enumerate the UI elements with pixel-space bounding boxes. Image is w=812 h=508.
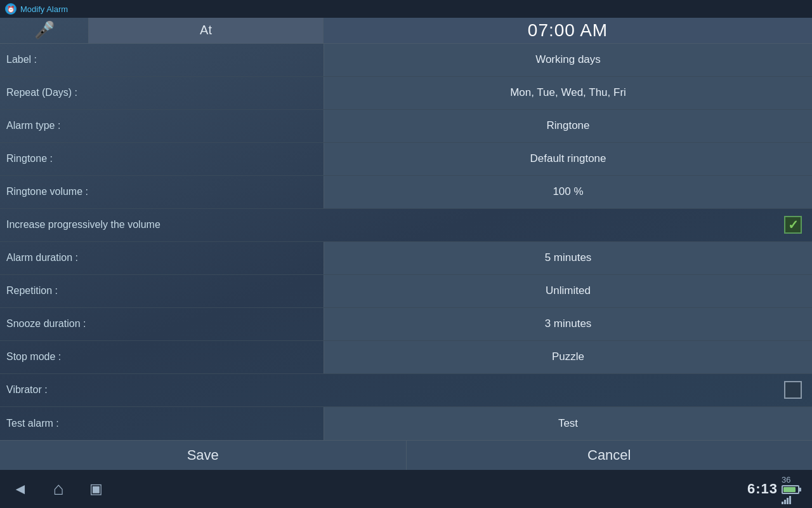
- form-area: Label : Working days Repeat (Days) : Mon…: [0, 44, 812, 440]
- repeat-value[interactable]: Mon, Tue, Wed, Thu, Fri: [324, 77, 812, 109]
- stop-mode-value[interactable]: Puzzle: [324, 341, 812, 373]
- recents-button[interactable]: [89, 481, 103, 497]
- ringtone-volume-label: Ringtone volume :: [0, 186, 324, 197]
- nav-left: [13, 479, 103, 499]
- vibrator-check-area[interactable]: [774, 381, 812, 399]
- repetition-value[interactable]: Unlimited: [324, 275, 812, 307]
- test-alarm-row: Test alarm : Test: [0, 407, 812, 440]
- alarm-icon: ⏰: [5, 3, 16, 15]
- title-bar: ⏰ Modify Alarm: [0, 0, 812, 18]
- at-button[interactable]: At: [89, 18, 324, 43]
- label-value[interactable]: Working days: [324, 44, 812, 76]
- alarm-duration-label: Alarm duration :: [0, 252, 324, 264]
- vibrator-checkbox[interactable]: [784, 381, 802, 399]
- time-display[interactable]: 07:00 AM: [324, 18, 812, 43]
- repetition-label: Repetition :: [0, 285, 324, 297]
- nav-bar: 6:13 36: [0, 470, 812, 508]
- increase-volume-row: Increase progressively the volume: [0, 209, 812, 242]
- battery-level: 36: [782, 475, 790, 485]
- ringtone-volume-row: Ringtone volume : 100 %: [0, 176, 812, 209]
- home-button[interactable]: [53, 479, 64, 499]
- battery-icon: [782, 485, 799, 494]
- snooze-duration-row: Snooze duration : 3 minutes: [0, 308, 812, 341]
- alarm-type-row: Alarm type : Ringtone: [0, 110, 812, 143]
- repetition-row: Repetition : Unlimited: [0, 275, 812, 308]
- ringtone-volume-value[interactable]: 100 %: [324, 176, 812, 208]
- snooze-duration-value[interactable]: 3 minutes: [324, 308, 812, 340]
- vibrator-label: Vibrator :: [0, 384, 774, 396]
- repeat-label: Repeat (Days) :: [0, 87, 324, 98]
- top-row: 🎤 At 07:00 AM: [0, 18, 812, 44]
- save-button[interactable]: Save: [0, 441, 407, 470]
- label-field-label: Label :: [0, 54, 324, 65]
- battery-fill: [783, 487, 796, 492]
- increase-volume-checkbox[interactable]: [784, 216, 802, 234]
- ringtone-row: Ringtone : Default ringtone: [0, 143, 812, 176]
- stop-mode-row: Stop mode : Puzzle: [0, 341, 812, 374]
- alarm-type-value[interactable]: Ringtone: [324, 110, 812, 142]
- alarm-duration-value[interactable]: 5 minutes: [324, 242, 812, 274]
- alarm-type-label: Alarm type :: [0, 120, 324, 131]
- vibrator-row: Vibrator :: [0, 374, 812, 407]
- cancel-button[interactable]: Cancel: [407, 441, 813, 470]
- ringtone-label: Ringtone :: [0, 153, 324, 164]
- test-alarm-label: Test alarm :: [0, 418, 324, 429]
- alarm-duration-row: Alarm duration : 5 minutes: [0, 242, 812, 275]
- battery-area: 36: [782, 474, 799, 504]
- back-button[interactable]: [13, 480, 28, 498]
- increase-volume-check-area[interactable]: [774, 216, 812, 234]
- snooze-duration-label: Snooze duration :: [0, 318, 324, 330]
- test-alarm-button[interactable]: Test: [324, 407, 812, 440]
- increase-volume-label: Increase progressively the volume: [0, 219, 774, 231]
- nav-right: 6:13 36: [747, 474, 799, 504]
- label-row: Label : Working days: [0, 44, 812, 77]
- main-content: 🎤 At 07:00 AM Label : Working days Repea…: [0, 18, 812, 470]
- signal-icon: [782, 494, 799, 504]
- ringtone-value[interactable]: Default ringtone: [324, 143, 812, 175]
- mic-area[interactable]: 🎤: [0, 18, 89, 43]
- system-clock: 6:13: [747, 481, 778, 497]
- microphone-icon[interactable]: 🎤: [34, 20, 55, 40]
- repeat-row: Repeat (Days) : Mon, Tue, Wed, Thu, Fri: [0, 77, 812, 110]
- bottom-bar: Save Cancel: [0, 440, 812, 470]
- stop-mode-label: Stop mode :: [0, 351, 324, 363]
- window-title: Modify Alarm: [20, 4, 68, 14]
